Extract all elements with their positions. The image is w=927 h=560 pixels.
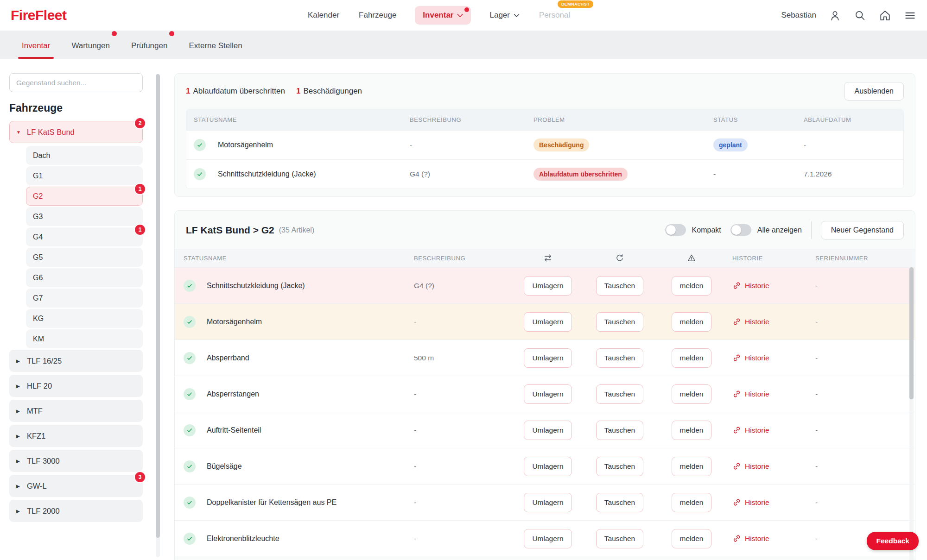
status-ok-icon: [184, 460, 196, 472]
menu-icon[interactable]: [904, 9, 916, 22]
nav-item-kalender[interactable]: Kalender: [307, 6, 340, 25]
melden-button[interactable]: melden: [672, 348, 712, 368]
umlagern-button[interactable]: Umlagern: [524, 529, 571, 548]
history-link[interactable]: Historie: [726, 317, 807, 326]
feedback-button[interactable]: Feedback: [867, 532, 919, 550]
sidebar-item-dach[interactable]: Dach: [26, 146, 143, 165]
toggle-kompakt[interactable]: Kompakt: [665, 224, 721, 236]
nav-item-lager[interactable]: Lager: [489, 6, 520, 25]
sidebar-item-kfz1[interactable]: ▶KFZ1: [9, 425, 143, 447]
sidebar-item-tlf-3000[interactable]: ▶TLF 3000: [9, 450, 143, 472]
umlagern-button[interactable]: Umlagern: [524, 493, 571, 512]
chevron-right-icon: ▶: [16, 434, 22, 439]
umlagern-button[interactable]: Umlagern: [524, 312, 571, 332]
status-ok-icon: [184, 497, 196, 509]
sidebar-item-lf-kats-bund[interactable]: ▼LF KatS Bund2: [9, 121, 143, 143]
home-icon[interactable]: [879, 9, 891, 22]
column-header-status: STATUS: [713, 116, 804, 123]
inventory-scrollbar: [909, 267, 914, 560]
topbar: FireFleet KalenderFahrzeugeInventarLager…: [0, 0, 927, 31]
alert-summary-label: Ablaufdatum überschritten: [193, 87, 285, 95]
tauschen-button[interactable]: Tauschen: [596, 529, 643, 548]
umlagern-button[interactable]: Umlagern: [524, 384, 571, 404]
melden-button[interactable]: melden: [672, 457, 712, 476]
melden-button[interactable]: melden: [672, 421, 712, 440]
toggle-alle-anzeigen[interactable]: Alle anzeigen: [730, 224, 802, 236]
item-name-cell: Schnittschutzkleidung (Jacke): [186, 168, 410, 180]
umlagern-button[interactable]: Umlagern: [524, 276, 571, 296]
alert-summary-item: 1Ablaufdatum überschritten: [186, 87, 285, 96]
toggle-switch[interactable]: [730, 224, 751, 236]
tauschen-button[interactable]: Tauschen: [596, 493, 643, 512]
history-link[interactable]: Historie: [726, 426, 807, 434]
sidebar-item-label: G2: [33, 192, 43, 201]
sidebar-item-g3[interactable]: G3: [26, 207, 143, 226]
tab-prüfungen[interactable]: Prüfungen: [131, 41, 167, 59]
search-input[interactable]: [9, 73, 143, 92]
tab-inventar[interactable]: Inventar: [22, 41, 50, 59]
sidebar-item-label: KM: [33, 335, 44, 343]
serial-number: -: [807, 462, 915, 471]
sidebar-item-hlf-20[interactable]: ▶HLF 20: [9, 375, 143, 397]
nav-item-label: Fahrzeuge: [359, 11, 396, 20]
melden-button[interactable]: melden: [672, 276, 712, 296]
tauschen-button[interactable]: Tauschen: [596, 276, 643, 296]
link-icon: [732, 426, 741, 434]
sidebar-item-g6[interactable]: G6: [26, 268, 143, 287]
sidebar-item-gw-l[interactable]: ▶GW-L3: [9, 475, 143, 497]
history-link[interactable]: Historie: [726, 534, 807, 543]
sidebar-item-tlf-16-25[interactable]: ▶TLF 16/25: [9, 350, 143, 372]
inventory-scrollbar-thumb[interactable]: [909, 267, 914, 399]
history-link-label: Historie: [745, 426, 769, 434]
sidebar-item-tlf-2000[interactable]: ▶TLF 2000: [9, 500, 143, 522]
inventory-count: (35 Artikel): [279, 226, 314, 234]
tab-wartungen[interactable]: Wartungen: [71, 41, 110, 59]
item-name: Elektronenblitzleuchte: [207, 535, 279, 543]
sidebar-item-label: TLF 16/25: [27, 357, 62, 365]
melden-button[interactable]: melden: [672, 493, 712, 512]
tauschen-button[interactable]: Tauschen: [596, 348, 643, 368]
tauschen-button[interactable]: Tauschen: [596, 457, 643, 476]
tauschen-button[interactable]: Tauschen: [596, 421, 643, 440]
umlagern-button[interactable]: Umlagern: [524, 348, 571, 368]
umlagern-button[interactable]: Umlagern: [524, 421, 571, 440]
inventory-panel: LF KatS Bund > G2 (35 Artikel) KompaktAl…: [174, 210, 915, 560]
sidebar-item-kg[interactable]: KG: [26, 309, 143, 328]
nav-item-fahrzeuge[interactable]: Fahrzeuge: [358, 6, 397, 25]
toggle-switch[interactable]: [665, 224, 686, 236]
sidebar-item-km[interactable]: KM: [26, 329, 143, 348]
status-ok-icon: [184, 388, 196, 400]
serial-number: -: [807, 426, 915, 434]
sidebar-item-g4[interactable]: G41: [26, 227, 143, 246]
history-link[interactable]: Historie: [726, 498, 807, 507]
sidebar-item-g5[interactable]: G5: [26, 248, 143, 267]
user-icon[interactable]: [829, 9, 841, 22]
melden-button[interactable]: melden: [672, 312, 712, 332]
umlagern-button[interactable]: Umlagern: [524, 457, 571, 476]
tab-externe-stellen[interactable]: Externe Stellen: [189, 41, 242, 59]
app-logo: FireFleet: [11, 7, 67, 23]
search-icon[interactable]: [854, 9, 866, 22]
history-link[interactable]: Historie: [726, 353, 807, 362]
history-link[interactable]: Historie: [726, 281, 807, 290]
hide-alerts-button[interactable]: Ausblenden: [844, 82, 904, 101]
melden-button[interactable]: melden: [672, 529, 712, 548]
inventory-row: Auftritt-Seitenteil-UmlagernTauschenmeld…: [175, 412, 915, 448]
chevron-down-icon: ▼: [16, 130, 22, 135]
melden-button[interactable]: melden: [672, 384, 712, 404]
sidebar-item-g2[interactable]: G21: [26, 187, 143, 206]
nav-item-inventar[interactable]: Inventar: [415, 6, 471, 25]
status-cell: -: [713, 170, 804, 178]
sidebar-item-g7[interactable]: G7: [26, 289, 143, 308]
sidebar-scrollbar-thumb[interactable]: [156, 74, 160, 538]
tauschen-button[interactable]: Tauschen: [596, 312, 643, 332]
new-item-button[interactable]: Neuer Gegenstand: [821, 221, 904, 239]
notification-dot: [112, 31, 117, 36]
history-link[interactable]: Historie: [726, 390, 807, 398]
sidebar-item-mtf[interactable]: ▶MTF: [9, 400, 143, 422]
sidebar-item-g1[interactable]: G1: [26, 166, 143, 185]
column-header-beschreibung: BESCHREIBUNG: [405, 255, 513, 262]
chevron-right-icon: ▶: [16, 384, 22, 389]
history-link[interactable]: Historie: [726, 462, 807, 471]
tauschen-button[interactable]: Tauschen: [596, 384, 643, 404]
